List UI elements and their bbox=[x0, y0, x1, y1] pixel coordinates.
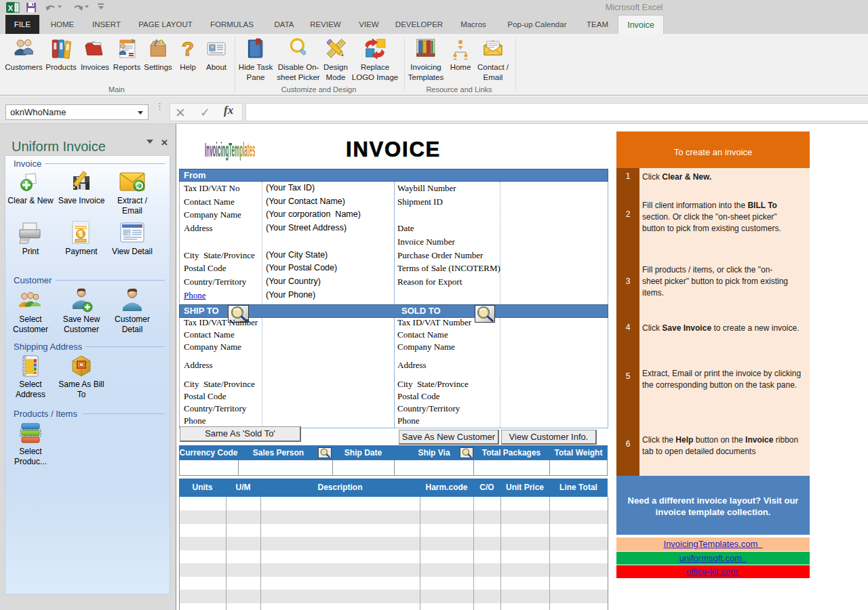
svg-text:$: $ bbox=[79, 230, 83, 238]
svg-text:?: ? bbox=[182, 37, 194, 60]
svg-text:X: X bbox=[8, 4, 14, 12]
